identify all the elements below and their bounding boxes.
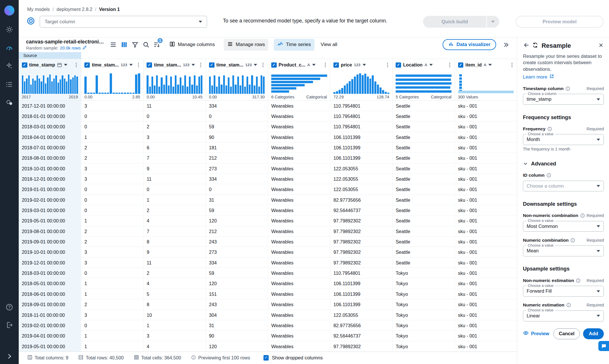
column-menu-icon[interactable]: ⋮: [323, 62, 328, 68]
numeric-combination-select[interactable]: Choose a valueMean: [523, 245, 604, 256]
expand-sidebar-icon[interactable]: [5, 352, 13, 360]
histogram-range-right: 2.85: [132, 95, 140, 99]
column-header-time-stam[interactable]: ✓time_stam...123⋮: [81, 59, 143, 71]
column-dropdown-caret[interactable]: [129, 64, 133, 66]
column-dropdown-caret[interactable]: [312, 64, 316, 66]
chevron-down-icon: [597, 290, 600, 292]
canvas-logo-icon[interactable]: [4, 5, 14, 16]
table-cell: sku - 001: [455, 121, 517, 132]
preview-button[interactable]: Preview: [523, 330, 553, 337]
column-dropdown-caret[interactable]: [363, 64, 366, 66]
non-numeric-estimation-select[interactable]: Choose a valueForward Fill: [523, 286, 604, 297]
logout-icon[interactable]: [5, 321, 13, 329]
column-name: time_stamp: [29, 62, 55, 68]
frequency-select[interactable]: Choose a valueMonth: [523, 134, 604, 145]
table-cell: Seattle: [393, 101, 455, 111]
column-dropdown-caret[interactable]: [191, 64, 195, 66]
select-float-label: Choose a value: [526, 283, 555, 288]
column-header-location[interactable]: ✓LocationA⋮: [393, 59, 455, 71]
search-icon[interactable]: [143, 41, 149, 48]
tab-source[interactable]: Source: [19, 52, 81, 59]
quick-build-button[interactable]: Quick build: [423, 16, 499, 28]
column-menu-icon[interactable]: ⋮: [260, 62, 265, 68]
column-name: time_stam...: [92, 62, 119, 68]
column-menu-icon[interactable]: ⋮: [385, 62, 390, 68]
column-header-price[interactable]: ✓price123⋮: [330, 59, 392, 71]
column-header-time-stam[interactable]: ✓time_stam...123⋮: [206, 59, 268, 71]
column-menu-icon[interactable]: ⋮: [136, 62, 141, 68]
manage-columns-button[interactable]: Manage columns: [166, 39, 219, 51]
column-checkbox[interactable]: ✓: [271, 62, 277, 68]
table-cell: 11: [144, 258, 206, 268]
column-name: Location: [403, 62, 423, 68]
column-checkbox[interactable]: ✓: [209, 62, 215, 68]
column-checkbox[interactable]: ✓: [396, 62, 401, 68]
numeric-estimation-select[interactable]: Choose a valueLinear: [523, 310, 604, 321]
list-view-icon[interactable]: [110, 41, 117, 48]
view-all-button[interactable]: View all: [320, 42, 337, 47]
quick-build-caret[interactable]: [487, 21, 499, 23]
column-view-icon[interactable]: [121, 41, 128, 48]
cancel-button[interactable]: Cancel: [553, 328, 580, 339]
data-visualizer-button[interactable]: Data visualizer: [443, 39, 496, 50]
column-header-product-c[interactable]: ✓Product_c...A⋮: [268, 59, 330, 71]
timestamp-column-select[interactable]: Choose a columntime_stamp: [523, 94, 604, 105]
filter-icon[interactable]: [132, 41, 139, 48]
table-cell: sku - 001: [455, 226, 517, 237]
table-cell: 59: [206, 205, 268, 216]
preview-model-button[interactable]: Preview model: [516, 16, 604, 28]
learn-more-link[interactable]: Learn more: [523, 74, 604, 80]
settings-gear-icon[interactable]: [5, 26, 13, 33]
column-checkbox[interactable]: ✓: [147, 62, 152, 68]
breadcrumb-deployment[interactable]: deployment 2.8.2: [56, 7, 92, 12]
column-menu-icon[interactable]: ⋮: [74, 62, 79, 68]
select-float-label: Choose a value: [526, 132, 555, 136]
table-cell: sku - 001: [455, 216, 517, 226]
column-header-item-id[interactable]: ✓item_idA⋮: [455, 59, 517, 71]
column-checkbox[interactable]: ✓: [84, 62, 90, 68]
histogram-range-left: 2017: [22, 95, 31, 99]
time-series-button[interactable]: Time series: [274, 39, 314, 51]
help-icon[interactable]: [5, 303, 13, 311]
column-menu-icon[interactable]: ⋮: [509, 62, 515, 68]
column-dropdown-caret[interactable]: [254, 64, 257, 66]
chat-widget-button[interactable]: [598, 341, 609, 351]
column-menu-icon[interactable]: ⋮: [447, 62, 452, 68]
double-chevron-icon[interactable]: [502, 41, 509, 48]
column-dropdown-caret[interactable]: [64, 64, 67, 66]
column-dropdown-caret[interactable]: [488, 64, 492, 66]
non-numeric-combination-select[interactable]: Choose a valueMost Common: [523, 221, 604, 232]
random-sample-value[interactable]: 20.0k rows: [60, 46, 81, 50]
column-dropdown-caret[interactable]: [429, 64, 433, 66]
advanced-expander[interactable]: Advanced: [523, 161, 604, 167]
target-column-select[interactable]: Target column: [40, 16, 207, 28]
column-header-time-stam[interactable]: ✓time_stam...123⋮: [144, 59, 206, 71]
status-item: Total columns: 9: [27, 355, 69, 361]
table-row: 2019-02-01 00:00:000131Wearables82.97735…: [19, 195, 517, 205]
column-header-time-stamp[interactable]: ✓time_stamp⋮: [19, 59, 81, 71]
genai-sparkle-icon[interactable]: [5, 62, 13, 70]
table-row: 2018-07-01 00:00:0026181Wearables106.110…: [19, 142, 517, 153]
dataset-list-icon[interactable]: [5, 81, 13, 88]
id-column-select[interactable]: Choose a column: [523, 181, 604, 192]
back-arrow-icon[interactable]: [523, 42, 529, 50]
breadcrumb: My models / deployment 2.8.2 / Version 1: [27, 7, 120, 12]
circles-icon[interactable]: [5, 99, 13, 106]
show-dropped-columns-checkbox[interactable]: ✓ Show dropped columns: [263, 355, 323, 361]
my-models-icon[interactable]: [5, 44, 13, 52]
breadcrumb-my-models[interactable]: My models: [27, 7, 50, 12]
close-icon[interactable]: [598, 42, 604, 49]
select-float-label: Choose a value: [526, 243, 555, 247]
checkbox-checked-icon[interactable]: ✓: [263, 355, 269, 361]
section-heading-frequency-settings: Frequency settings: [523, 114, 604, 121]
column-checkbox[interactable]: ✓: [458, 62, 464, 68]
field-label: Non-numeric combination: [523, 213, 585, 218]
column-checkbox[interactable]: ✓: [333, 62, 339, 68]
add-button[interactable]: Add: [583, 328, 604, 339]
manage-rows-button[interactable]: Manage rows: [224, 39, 268, 51]
column-type-icon: 123: [121, 63, 127, 67]
column-menu-icon[interactable]: ⋮: [198, 62, 203, 68]
column-checkbox[interactable]: ✓: [22, 62, 27, 68]
edit-pencil-icon[interactable]: [82, 45, 87, 51]
sort-icon[interactable]: 1: [153, 41, 160, 48]
